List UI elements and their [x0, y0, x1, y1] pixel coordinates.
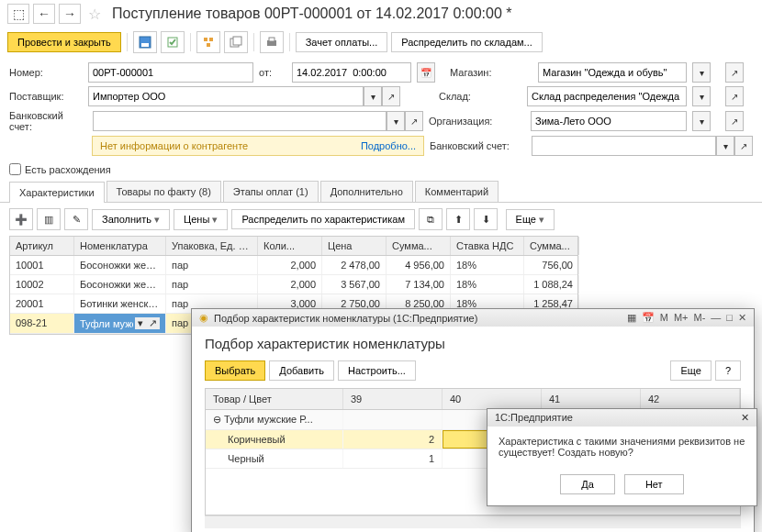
warehouse-label: Склад:	[439, 91, 521, 102]
store-open-icon[interactable]: ↗	[725, 62, 744, 83]
move-up-icon[interactable]: ⬆	[446, 208, 470, 230]
divergence-checkbox[interactable]	[9, 163, 21, 175]
calendar-icon[interactable]: 📅	[642, 312, 655, 324]
calc-icon[interactable]: ▦	[627, 312, 636, 324]
app-logo-icon: ◉	[199, 312, 208, 324]
close-icon[interactable]: ✕	[738, 312, 746, 324]
warehouse-input[interactable]	[527, 86, 687, 106]
page-title: Поступление товаров 00РТ-000001 от 14.02…	[112, 6, 512, 22]
number-input[interactable]	[88, 62, 253, 83]
post-icon[interactable]	[161, 31, 185, 53]
back-button[interactable]: ←	[33, 4, 55, 24]
bank-open-icon[interactable]: ↗	[405, 111, 423, 131]
tab-comment[interactable]: Комментарий	[415, 181, 499, 202]
structure-icon[interactable]	[196, 31, 220, 53]
bank-input[interactable]	[93, 111, 387, 131]
svg-rect-1	[141, 43, 149, 47]
modal-window-title: Подбор характеристик номенклатуры (1С:Пр…	[214, 313, 477, 324]
counterparty-warning: Нет информации о контрагенте Подробно...	[92, 136, 424, 156]
divergence-label: Есть расхождения	[25, 164, 111, 175]
svg-rect-5	[207, 43, 210, 47]
bank2-dropdown-icon[interactable]: ▾	[716, 136, 734, 156]
more-button[interactable]: Еще	[506, 209, 555, 230]
store-dropdown-icon[interactable]: ▾	[692, 62, 711, 83]
bank-label: Банковский счет:	[9, 110, 87, 132]
col-price[interactable]: Цена	[322, 237, 387, 255]
col-vat[interactable]: Ставка НДС	[451, 237, 524, 255]
warehouse-dropdown-icon[interactable]: ▾	[692, 86, 711, 106]
org-label: Организация:	[429, 116, 525, 127]
m-icon[interactable]: M	[660, 312, 668, 324]
date-input[interactable]	[292, 62, 411, 83]
move-down-icon[interactable]: ⬇	[474, 208, 498, 230]
supplier-dropdown-icon[interactable]: ▾	[364, 86, 382, 106]
store-input[interactable]	[538, 62, 687, 83]
supplier-input[interactable]	[88, 86, 364, 106]
cell-open-icon[interactable]: ↗	[146, 317, 160, 329]
basis-icon[interactable]	[224, 31, 248, 53]
expand-button[interactable]: ⬚	[7, 4, 29, 24]
col-article[interactable]: Артикул	[10, 237, 74, 255]
col-quantity[interactable]: Коли...	[258, 237, 322, 255]
warehouse-open-icon[interactable]: ↗	[725, 86, 744, 106]
col-nomenclature[interactable]: Номенклатура	[74, 237, 166, 255]
warning-details-link[interactable]: Подробно...	[361, 140, 416, 151]
col-vat-sum[interactable]: Сумма...	[524, 237, 579, 255]
edit-icon[interactable]: ✎	[64, 208, 88, 230]
table-row[interactable]: 10002Босоножки женс...пар2,0003 567,007 …	[10, 275, 577, 294]
col-packaging[interactable]: Упаковка, Ед. изм.	[166, 237, 258, 255]
col-sum[interactable]: Сумма...	[387, 237, 451, 255]
supplier-label: Поставщик:	[9, 91, 83, 102]
table-row[interactable]: 10001Босоножки женс...пар2,0002 478,004 …	[10, 256, 577, 275]
post-and-close-button[interactable]: Провести и закрыть	[7, 32, 121, 52]
svg-rect-3	[204, 38, 207, 41]
distribute-warehouses-button[interactable]: Распределить по складам...	[391, 32, 542, 52]
distribute-chars-button[interactable]: Распределить по характеристикам	[231, 209, 415, 229]
cell-dropdown-icon[interactable]: ▾	[135, 317, 146, 329]
tab-payment-stages[interactable]: Этапы оплат (1)	[223, 181, 319, 202]
characteristics-picker-modal: ◉ Подбор характеристик номенклатуры (1С:…	[191, 308, 755, 335]
mminus-icon[interactable]: M-	[694, 312, 706, 324]
svg-rect-9	[269, 38, 275, 41]
mplus-icon[interactable]: M+	[674, 312, 689, 324]
bank-dropdown-icon[interactable]: ▾	[387, 111, 405, 131]
save-icon[interactable]	[133, 31, 157, 53]
copy-icon[interactable]: ⧉	[419, 208, 443, 230]
tab-goods-fact[interactable]: Товары по факту (8)	[106, 181, 221, 202]
org-dropdown-icon[interactable]: ▾	[692, 111, 711, 131]
bank2-open-icon[interactable]: ↗	[734, 136, 753, 156]
date-picker-icon[interactable]: 📅	[417, 62, 435, 83]
offset-button[interactable]: Зачет оплаты...	[296, 32, 388, 52]
tab-additional[interactable]: Дополнительно	[320, 181, 413, 202]
svg-rect-4	[209, 38, 213, 41]
number-label: Номер:	[9, 67, 83, 78]
store-label: Магазин:	[450, 67, 532, 78]
from-label: от:	[259, 67, 286, 78]
org-open-icon[interactable]: ↗	[725, 111, 744, 131]
barcode-icon[interactable]: ▥	[37, 208, 61, 230]
bank2-input[interactable]	[532, 136, 716, 156]
svg-rect-7	[233, 37, 241, 45]
print-icon[interactable]	[260, 31, 284, 53]
maximize-icon[interactable]: □	[726, 312, 733, 324]
favorite-icon[interactable]: ☆	[88, 6, 101, 23]
add-row-icon[interactable]: ➕	[9, 208, 33, 230]
tab-characteristics[interactable]: Характеристики	[9, 182, 105, 203]
prices-button[interactable]: Цены	[174, 209, 228, 230]
org-input[interactable]	[531, 111, 687, 131]
warning-text: Нет информации о контрагенте	[100, 140, 248, 151]
supplier-open-icon[interactable]: ↗	[382, 86, 400, 106]
minimize-icon[interactable]: —	[711, 312, 721, 324]
fill-button[interactable]: Заполнить	[92, 209, 170, 230]
bank2-label: Банковский счет:	[430, 140, 526, 151]
forward-button[interactable]: →	[59, 4, 81, 24]
